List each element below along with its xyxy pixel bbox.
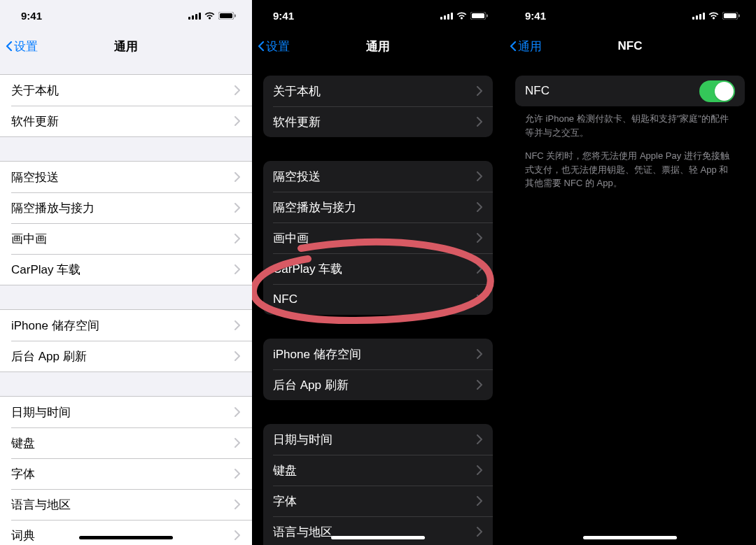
chevron-left-icon xyxy=(510,41,517,51)
chevron-right-icon xyxy=(476,496,483,506)
chevron-left-icon xyxy=(258,41,265,51)
row-carplay[interactable]: CarPlay 车载 xyxy=(0,254,252,285)
page-title: 通用 xyxy=(366,38,390,55)
content: 关于本机 软件更新 隔空投送 隔空播放与接力 画中画 CarPlay 车载 NF… xyxy=(252,76,504,545)
row-fonts[interactable]: 字体 xyxy=(0,458,252,489)
chevron-right-icon xyxy=(476,233,483,243)
group-nfc-toggle: NFC xyxy=(515,76,745,106)
chevron-right-icon xyxy=(234,234,241,243)
nfc-toggle[interactable] xyxy=(699,80,735,102)
row-software-update[interactable]: 软件更新 xyxy=(0,106,252,136)
row-dictionary[interactable]: 词典 xyxy=(0,520,252,545)
nav-bar: 设置 通用 xyxy=(252,31,504,62)
row-pip[interactable]: 画中画 xyxy=(263,222,493,253)
back-label: 通用 xyxy=(518,38,542,55)
chevron-right-icon xyxy=(476,171,483,181)
back-button[interactable]: 设置 xyxy=(258,38,290,55)
group-date: 日期与时间 键盘 字体 语言与地区 词典 xyxy=(263,424,493,545)
chevron-right-icon xyxy=(234,469,241,479)
screen-general-dark: 9:41 设置 通用 关于本机 软件更新 隔空投送 隔空播放与接力 画中画 Ca… xyxy=(252,0,504,545)
row-background-refresh[interactable]: 后台 App 刷新 xyxy=(263,369,493,400)
footer-text-2: NFC 关闭时，您将无法使用 Apple Pay 进行免接触式支付，也无法使用钥… xyxy=(504,139,756,190)
group-airdrop: 隔空投送 隔空播放与接力 画中画 CarPlay 车载 xyxy=(0,161,252,285)
status-time: 9:41 xyxy=(273,10,294,22)
content: 关于本机 软件更新 隔空投送 隔空播放与接力 画中画 CarPlay 车载 iP… xyxy=(0,74,252,545)
screen-general-light: 9:41 设置 通用 关于本机 软件更新 隔空投送 隔空播放与接力 画中画 Ca… xyxy=(0,0,252,545)
chevron-right-icon xyxy=(234,320,241,330)
screen-nfc-detail: 9:41 通用 NFC NFC 允许 iPhone 检测付款卡、钥匙和支持"家庭… xyxy=(504,0,756,545)
chevron-right-icon xyxy=(476,295,483,304)
row-carplay[interactable]: CarPlay 车载 xyxy=(263,253,493,284)
chevron-right-icon xyxy=(234,351,241,361)
footer-text-1: 允许 iPhone 检测付款卡、钥匙和支持"家庭"的配件等并与之交互。 xyxy=(504,106,756,139)
content: NFC 允许 iPhone 检测付款卡、钥匙和支持"家庭"的配件等并与之交互。 … xyxy=(504,76,756,190)
chevron-right-icon xyxy=(476,202,483,212)
row-date-time[interactable]: 日期与时间 xyxy=(0,397,252,427)
chevron-right-icon xyxy=(476,264,483,274)
row-storage[interactable]: iPhone 储存空间 xyxy=(0,310,252,341)
signal-icon xyxy=(440,12,453,20)
status-icons xyxy=(440,11,489,20)
row-pip[interactable]: 画中画 xyxy=(0,223,252,254)
row-about[interactable]: 关于本机 xyxy=(263,76,493,106)
group-about: 关于本机 软件更新 xyxy=(0,74,252,137)
row-fonts[interactable]: 字体 xyxy=(263,486,493,516)
home-indicator[interactable] xyxy=(331,536,425,539)
row-background-refresh[interactable]: 后台 App 刷新 xyxy=(0,341,252,371)
signal-icon xyxy=(692,12,705,20)
row-date-time[interactable]: 日期与时间 xyxy=(263,424,493,455)
chevron-right-icon xyxy=(234,530,241,540)
wifi-icon xyxy=(708,11,719,20)
group-airdrop: 隔空投送 隔空播放与接力 画中画 CarPlay 车载 NFC xyxy=(263,161,493,315)
status-bar: 9:41 xyxy=(252,0,504,31)
row-about[interactable]: 关于本机 xyxy=(0,75,252,106)
home-indicator[interactable] xyxy=(583,536,677,539)
back-label: 设置 xyxy=(266,38,290,55)
chevron-right-icon xyxy=(476,434,483,444)
nav-bar: 设置 通用 xyxy=(0,31,252,62)
battery-icon xyxy=(722,12,741,20)
row-nfc-toggle[interactable]: NFC xyxy=(515,76,745,106)
chevron-right-icon xyxy=(476,349,483,359)
status-bar: 9:41 xyxy=(504,0,756,31)
row-airplay[interactable]: 隔空播放与接力 xyxy=(263,192,493,222)
page-title: NFC xyxy=(618,39,643,53)
chevron-right-icon xyxy=(476,86,483,96)
row-language[interactable]: 语言与地区 xyxy=(263,516,493,545)
chevron-right-icon xyxy=(234,85,241,95)
nfc-label: NFC xyxy=(525,84,550,98)
row-software-update[interactable]: 软件更新 xyxy=(263,106,493,137)
chevron-right-icon xyxy=(476,380,483,390)
chevron-right-icon xyxy=(476,117,483,127)
status-icons xyxy=(692,11,741,20)
status-icons xyxy=(188,11,237,20)
row-airplay[interactable]: 隔空播放与接力 xyxy=(0,192,252,223)
row-storage[interactable]: iPhone 储存空间 xyxy=(263,339,493,369)
row-airdrop[interactable]: 隔空投送 xyxy=(263,161,493,192)
row-keyboard[interactable]: 键盘 xyxy=(0,427,252,458)
group-date: 日期与时间 键盘 字体 语言与地区 词典 xyxy=(0,396,252,545)
chevron-right-icon xyxy=(234,203,241,213)
chevron-right-icon xyxy=(476,465,483,475)
chevron-right-icon xyxy=(234,116,241,126)
home-indicator[interactable] xyxy=(79,536,173,539)
chevron-right-icon xyxy=(234,407,241,417)
back-button[interactable]: 设置 xyxy=(6,38,38,55)
chevron-right-icon xyxy=(234,438,241,448)
group-storage: iPhone 储存空间 后台 App 刷新 xyxy=(0,309,252,372)
row-language[interactable]: 语言与地区 xyxy=(0,489,252,520)
battery-icon xyxy=(470,12,489,20)
wifi-icon xyxy=(456,11,467,20)
chevron-right-icon xyxy=(234,264,241,274)
status-bar: 9:41 xyxy=(0,0,252,31)
wifi-icon xyxy=(204,11,215,20)
row-nfc[interactable]: NFC xyxy=(263,284,493,315)
battery-icon xyxy=(218,12,237,20)
group-about: 关于本机 软件更新 xyxy=(263,76,493,137)
row-airdrop[interactable]: 隔空投送 xyxy=(0,162,252,192)
row-keyboard[interactable]: 键盘 xyxy=(263,455,493,486)
page-title: 通用 xyxy=(114,38,138,55)
back-button[interactable]: 通用 xyxy=(510,38,542,55)
status-time: 9:41 xyxy=(525,10,546,22)
back-label: 设置 xyxy=(14,38,38,55)
